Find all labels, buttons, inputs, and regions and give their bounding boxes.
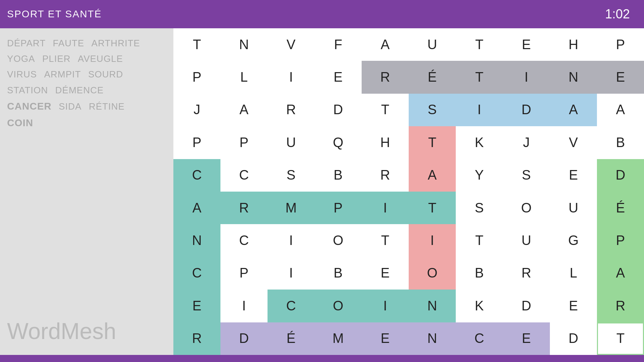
- grid-cell-2-6[interactable]: I: [456, 94, 503, 126]
- word-demence[interactable]: DÉMENCE: [55, 82, 104, 98]
- grid-cell-0-1[interactable]: N: [220, 28, 268, 61]
- grid-cell-4-5[interactable]: A: [409, 159, 456, 192]
- grid-cell-3-5[interactable]: T: [409, 126, 456, 159]
- grid-cell-5-0[interactable]: A: [173, 192, 220, 224]
- grid-cell-5-1[interactable]: R: [220, 192, 268, 224]
- grid-cell-5-6[interactable]: S: [456, 192, 503, 224]
- grid-cell-8-7[interactable]: D: [503, 290, 550, 322]
- grid-cell-5-5[interactable]: T: [409, 192, 456, 224]
- grid-cell-4-9[interactable]: D: [597, 159, 644, 192]
- grid-cell-6-0[interactable]: N: [173, 224, 220, 257]
- grid-cell-5-3[interactable]: P: [315, 192, 362, 224]
- word-sourd[interactable]: SOURD: [88, 66, 123, 82]
- grid-cell-9-7[interactable]: E: [503, 322, 550, 355]
- grid-cell-5-2[interactable]: M: [268, 192, 315, 224]
- grid-cell-1-9[interactable]: E: [597, 61, 644, 93]
- word-armpit[interactable]: ARMPIT: [44, 66, 81, 82]
- grid-cell-3-8[interactable]: V: [550, 126, 597, 159]
- grid-cell-5-7[interactable]: O: [503, 192, 550, 224]
- grid-cell-8-9[interactable]: R: [597, 290, 644, 322]
- grid-cell-3-4[interactable]: H: [362, 126, 409, 159]
- grid-cell-6-4[interactable]: T: [362, 224, 409, 257]
- grid-cell-1-2[interactable]: I: [268, 61, 315, 93]
- grid-cell-8-1[interactable]: I: [220, 290, 268, 322]
- grid-cell-2-1[interactable]: A: [220, 94, 268, 126]
- word-depart[interactable]: DÉPART: [7, 35, 46, 51]
- grid-cell-8-8[interactable]: E: [550, 290, 597, 322]
- grid-cell-1-7[interactable]: I: [503, 61, 550, 93]
- grid-cell-4-4[interactable]: R: [362, 159, 409, 192]
- grid-cell-0-9[interactable]: P: [597, 28, 644, 61]
- grid-cell-1-3[interactable]: E: [315, 61, 362, 93]
- grid-cell-4-6[interactable]: Y: [456, 159, 503, 192]
- grid-cell-5-4[interactable]: I: [362, 192, 409, 224]
- grid-cell-6-5[interactable]: I: [409, 224, 456, 257]
- grid-cell-7-2[interactable]: I: [268, 257, 315, 290]
- word-cancer[interactable]: CANCER: [7, 98, 52, 115]
- grid-cell-2-7[interactable]: D: [503, 94, 550, 126]
- grid-cell-9-5[interactable]: N: [409, 322, 456, 355]
- grid-cell-4-3[interactable]: B: [315, 159, 362, 192]
- grid-cell-8-0[interactable]: E: [173, 290, 220, 322]
- grid-cell-9-8[interactable]: D: [550, 322, 597, 355]
- grid-cell-7-9[interactable]: A: [597, 257, 644, 290]
- grid-cell-6-9[interactable]: P: [597, 224, 644, 257]
- grid-cell-1-5[interactable]: É: [409, 61, 456, 93]
- grid-cell-3-6[interactable]: K: [456, 126, 503, 159]
- grid-cell-8-4[interactable]: I: [362, 290, 409, 322]
- grid-cell-0-4[interactable]: A: [362, 28, 409, 61]
- word-retine[interactable]: RÉTINE: [89, 99, 125, 114]
- word-aveugle[interactable]: AVEUGLE: [78, 51, 123, 66]
- grid-cell-8-2[interactable]: C: [268, 290, 315, 322]
- grid-cell-2-2[interactable]: R: [268, 94, 315, 126]
- grid-cell-3-7[interactable]: J: [503, 126, 550, 159]
- grid-cell-8-3[interactable]: O: [315, 290, 362, 322]
- grid-cell-7-0[interactable]: C: [173, 257, 220, 290]
- grid-cell-6-8[interactable]: G: [550, 224, 597, 257]
- grid-cell-7-7[interactable]: R: [503, 257, 550, 290]
- grid-cell-4-8[interactable]: E: [550, 159, 597, 192]
- grid-cell-5-8[interactable]: U: [550, 192, 597, 224]
- grid-cell-6-3[interactable]: O: [315, 224, 362, 257]
- grid-cell-4-2[interactable]: S: [268, 159, 315, 192]
- grid-cell-1-0[interactable]: P: [173, 61, 220, 93]
- grid-cell-3-9[interactable]: B: [597, 126, 644, 159]
- grid-cell-7-6[interactable]: B: [456, 257, 503, 290]
- grid-cell-6-2[interactable]: I: [268, 224, 315, 257]
- grid-cell-6-7[interactable]: U: [503, 224, 550, 257]
- grid-cell-1-8[interactable]: N: [550, 61, 597, 93]
- grid-cell-4-0[interactable]: C: [173, 159, 220, 192]
- grid-cell-2-5[interactable]: S: [409, 94, 456, 126]
- word-arthrite[interactable]: ARTHRITE: [91, 35, 140, 51]
- grid-cell-0-8[interactable]: H: [550, 28, 597, 61]
- word-faute[interactable]: FAUTE: [53, 35, 84, 51]
- word-station[interactable]: STATION: [7, 82, 48, 98]
- grid-cell-8-5[interactable]: N: [409, 290, 456, 322]
- grid-cell-5-9[interactable]: É: [597, 192, 644, 224]
- grid-cell-7-1[interactable]: P: [220, 257, 268, 290]
- word-coin[interactable]: COIN: [7, 115, 33, 132]
- word-yoga[interactable]: YOGA: [7, 51, 35, 66]
- grid-cell-9-9[interactable]: T: [597, 322, 644, 355]
- grid-cell-9-3[interactable]: M: [315, 322, 362, 355]
- grid-cell-8-6[interactable]: K: [456, 290, 503, 322]
- grid-cell-2-9[interactable]: A: [597, 94, 644, 126]
- grid-cell-9-4[interactable]: E: [362, 322, 409, 355]
- word-plier[interactable]: PLIER: [42, 51, 70, 66]
- grid-cell-9-6[interactable]: C: [456, 322, 503, 355]
- grid-cell-3-2[interactable]: U: [268, 126, 315, 159]
- grid-cell-6-1[interactable]: C: [220, 224, 268, 257]
- grid-cell-4-7[interactable]: S: [503, 159, 550, 192]
- grid-cell-3-0[interactable]: P: [173, 126, 220, 159]
- grid-cell-6-6[interactable]: T: [456, 224, 503, 257]
- grid-cell-1-4[interactable]: R: [362, 61, 409, 93]
- grid-cell-0-2[interactable]: V: [268, 28, 315, 61]
- word-sida[interactable]: SIDA: [59, 99, 82, 114]
- grid-cell-9-0[interactable]: R: [173, 322, 220, 355]
- grid-cell-7-5[interactable]: O: [409, 257, 456, 290]
- grid-cell-0-7[interactable]: E: [503, 28, 550, 61]
- grid-cell-3-3[interactable]: Q: [315, 126, 362, 159]
- grid-cell-7-8[interactable]: L: [550, 257, 597, 290]
- grid-cell-2-8[interactable]: A: [550, 94, 597, 126]
- grid-cell-3-1[interactable]: P: [220, 126, 268, 159]
